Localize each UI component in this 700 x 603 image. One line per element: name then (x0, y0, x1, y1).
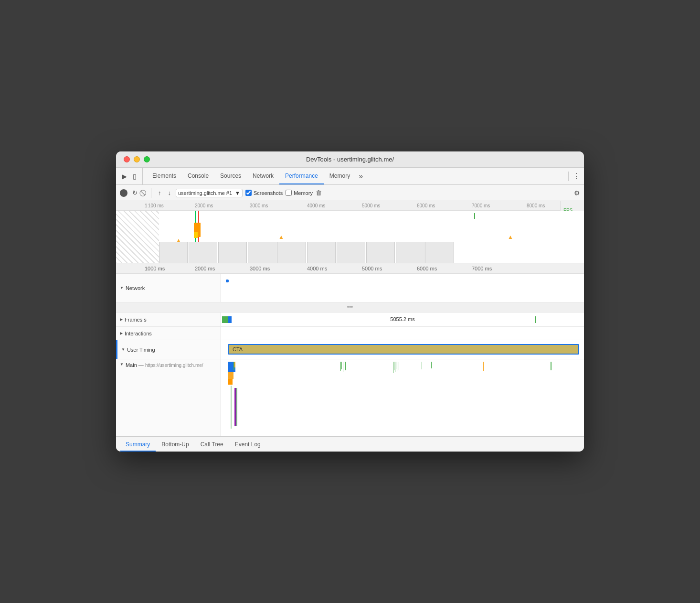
interactions-panel-label[interactable]: ▶ Interactions (116, 327, 221, 340)
green-tick-6 (345, 362, 346, 370)
timeline-ruler-second: 1000 ms 2000 ms 3000 ms 4000 ms 5000 ms … (116, 263, 584, 274)
frames-label: Frames s (125, 317, 147, 323)
user-timing-label: User Timing (127, 347, 155, 353)
user-timing-panel-label[interactable]: ▼ User Timing (116, 340, 221, 359)
resize-handle[interactable]: ••• (116, 302, 584, 312)
cursor-icon[interactable]: ▶ (120, 171, 129, 182)
triangle-icon: ▶ (120, 331, 123, 335)
user-timing-panel-content: CTA (221, 340, 584, 359)
ruler-label-2000: 2000 ms (195, 203, 213, 208)
record-button[interactable] (120, 189, 127, 197)
cta-bar[interactable]: CTA (228, 344, 579, 355)
yellow-block (194, 232, 198, 238)
tab-summary[interactable]: Summary (120, 438, 156, 452)
user-timing-panel-row: ▼ User Timing CTA (116, 340, 584, 359)
green-tick-9 (395, 362, 395, 372)
tab-console[interactable]: Console (182, 168, 214, 184)
green-tick-15 (431, 362, 432, 368)
network-panel-label[interactable]: ▼ Network (116, 274, 221, 302)
cta-label: CTA (233, 346, 243, 352)
timeline-canvas-area[interactable]: ▲ ▲ ▲ (116, 211, 584, 263)
tab-performance[interactable]: Performance (279, 168, 324, 184)
timeline-panels: ▼ Network ••• ▶ Frames s 5055.2 ms (116, 274, 584, 436)
network-label: Network (126, 285, 145, 291)
screenshot-7 (337, 242, 365, 263)
delete-recording-button[interactable]: 🗑 (316, 189, 322, 196)
screenshots-check[interactable] (245, 190, 252, 196)
ruler2-label-1000: 1000 ms (145, 266, 165, 271)
toolbar-separator (568, 172, 569, 181)
green-tick-7 (393, 362, 393, 373)
green-dash-2 (231, 386, 232, 429)
traffic-lights (124, 156, 150, 162)
ruler2-label-5000: 5000 ms (362, 266, 382, 271)
tab-sources[interactable]: Sources (214, 168, 247, 184)
title-bar: DevTools - usertiming.glitch.me/ (116, 151, 584, 168)
memory-check[interactable] (286, 190, 292, 196)
network-panel-row: ▼ Network (116, 274, 584, 302)
tab-event-log[interactable]: Event Log (229, 438, 266, 452)
yellow-tick-1 (234, 362, 235, 367)
ruler-label-3000: 3000 ms (250, 203, 268, 208)
network-bar (226, 280, 229, 282)
ruler-label-6000: 6000 ms (417, 203, 435, 208)
yellow-tick-2 (483, 362, 484, 371)
chevron-down-icon: ▼ (235, 190, 240, 196)
interactions-label: Interactions (125, 331, 152, 336)
timeline-overview: 1 100 ms 2000 ms 3000 ms 4000 ms 5000 ms… (116, 201, 584, 263)
download-button[interactable]: ↓ (166, 187, 173, 198)
screenshot-strip (159, 242, 560, 263)
tab-network[interactable]: Network (247, 168, 279, 184)
tab-elements[interactable]: Elements (147, 168, 182, 184)
bottom-tabs: Summary Bottom-Up Call Tree Event Log (116, 436, 584, 452)
settings-button[interactable]: ⚙ (574, 189, 580, 197)
screenshot-9 (396, 242, 424, 263)
tab-bottom-up[interactable]: Bottom-Up (156, 438, 194, 452)
screenshots-label: Screenshots (254, 190, 283, 196)
upload-button[interactable]: ↑ (156, 187, 163, 198)
green-tick-13 (399, 362, 399, 370)
interactions-panel-content (221, 327, 584, 340)
screenshots-checkbox[interactable]: Screenshots (245, 190, 283, 196)
memory-checkbox[interactable]: Memory (286, 190, 313, 196)
toolbar-icon-group: ▶ ▯ (120, 168, 143, 184)
more-options-icon[interactable]: ⋮ (573, 172, 580, 181)
close-button[interactable] (124, 156, 130, 162)
tab-memory[interactable]: Memory (324, 168, 356, 184)
device-icon[interactable]: ▯ (131, 171, 138, 182)
more-tabs-button[interactable]: » (356, 172, 366, 181)
recording-label: usertiming.glitch.me #1 (178, 190, 232, 196)
main-label: Main — https://usertiming.glitch.me/ (126, 362, 203, 368)
main-panel-row: ▼ Main — https://usertiming.glitch.me/ (116, 359, 584, 436)
screenshot-5 (277, 242, 306, 263)
screenshot-2 (189, 242, 217, 263)
ruler-label-5000: 5000 ms (362, 203, 380, 208)
frames-panel-row: ▶ Frames s 5055.2 ms (116, 312, 584, 327)
frame-green-mark (535, 316, 536, 323)
recording-selector[interactable]: usertiming.glitch.me #1 ▼ (176, 189, 243, 197)
green-tick-3 (341, 362, 342, 369)
diagonal-stripe (116, 211, 159, 263)
frame-blue-bar (228, 316, 232, 323)
reload-record-button[interactable]: ↻ (130, 187, 139, 198)
main-panel-label[interactable]: ▼ Main — https://usertiming.glitch.me/ (116, 359, 221, 436)
timeline-ruler-top: 1 100 ms 2000 ms 3000 ms 4000 ms 5000 ms… (116, 201, 584, 211)
green-tick-11 (397, 362, 397, 371)
green-tick-16 (551, 362, 552, 370)
screenshot-3 (218, 242, 247, 263)
screenshot-6 (307, 242, 336, 263)
main-orange-block (228, 379, 233, 385)
rec-separator (151, 188, 151, 198)
green-dash-1 (236, 388, 237, 426)
clear-button[interactable]: ⃠ (142, 187, 146, 199)
minimize-button[interactable] (134, 156, 140, 162)
frames-panel-label[interactable]: ▶ Frames s (116, 312, 221, 326)
memory-label: Memory (294, 190, 313, 196)
maximize-button[interactable] (144, 156, 150, 162)
ruler2-label-3000: 3000 ms (250, 266, 270, 271)
screenshot-1 (159, 242, 188, 263)
ruler2-label-7000: 7000 ms (472, 266, 492, 271)
tab-call-tree[interactable]: Call Tree (195, 438, 229, 452)
green-tick-14 (422, 362, 422, 369)
warning-triangle-3: ▲ (508, 234, 513, 240)
